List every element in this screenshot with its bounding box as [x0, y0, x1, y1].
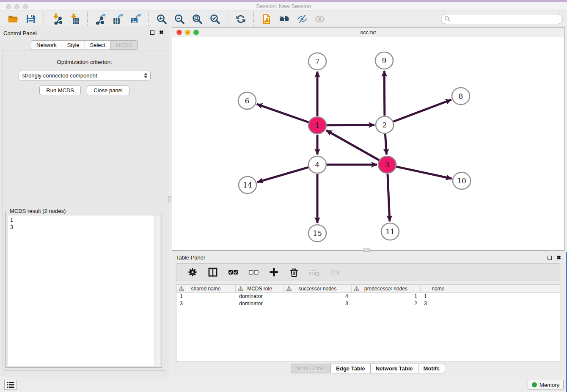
edge-3-1[interactable] [326, 130, 379, 160]
shared-column-icon [238, 286, 243, 293]
tab-style[interactable]: Style [62, 40, 85, 50]
edge-3-11[interactable] [388, 174, 390, 221]
graph-node-10[interactable]: 10 [453, 172, 471, 189]
close-table-panel-icon[interactable]: ✖ [556, 254, 561, 261]
deselect-all-icon[interactable] [247, 266, 260, 279]
zoom-in-icon[interactable] [155, 13, 168, 25]
table-row-1[interactable]: 1dominator411 [176, 293, 560, 300]
show-all-icon [314, 13, 326, 25]
graph-node-1[interactable]: 1 [308, 117, 326, 134]
zoom-out-icon[interactable] [173, 13, 186, 25]
graph-node-8[interactable]: 8 [452, 88, 470, 105]
close-panel-button[interactable]: Close panel [87, 86, 129, 95]
run-mcds-button[interactable]: Run MCDS [39, 86, 81, 95]
export-table-icon[interactable] [112, 13, 124, 25]
export-network-icon[interactable] [94, 13, 107, 25]
result-scrollbar[interactable] [154, 215, 160, 366]
edge-2-8[interactable] [394, 99, 451, 121]
column-header-filler [456, 285, 560, 293]
graph-node-15[interactable]: 15 [308, 225, 326, 242]
export-image-icon[interactable] [129, 13, 142, 25]
cell[interactable]: 1 [352, 293, 421, 300]
table-row-2[interactable]: 3dominator323 [176, 300, 560, 307]
zoom-selected-icon[interactable] [209, 13, 221, 25]
cell[interactable]: dominator [236, 300, 284, 307]
cell[interactable]: 4 [284, 293, 352, 300]
graph-node-7[interactable]: 7 [308, 53, 326, 70]
cell[interactable]: 1 [176, 293, 236, 300]
horizontal-splitter-handle[interactable] [363, 248, 370, 252]
first-neighbors-icon[interactable] [278, 13, 291, 25]
edge-3-10[interactable] [396, 167, 452, 179]
function-builder-icon: f(x) [328, 266, 341, 279]
column-header-successor-nodes[interactable]: successor nodes [284, 285, 352, 293]
graph-node-11[interactable]: 11 [381, 223, 399, 240]
column-header-predecessor-nodes[interactable]: predecessor nodes [352, 285, 421, 293]
save-session-icon[interactable] [25, 13, 37, 25]
cell[interactable]: 3 [421, 300, 456, 307]
tab-mcds[interactable]: MCDS [110, 40, 138, 50]
edge-1-6[interactable] [257, 104, 309, 122]
tab-network[interactable]: Network [31, 40, 62, 50]
split-columns-icon[interactable] [206, 266, 219, 279]
tab-node-table[interactable]: Node Table [291, 364, 331, 373]
table-header-row: shared nameMCDS rolesuccessor nodesprede… [176, 285, 560, 293]
network-view-title: scc.txt [172, 29, 564, 36]
graph-node-14[interactable]: 14 [239, 177, 256, 193]
delete-column-icon[interactable] [288, 266, 300, 279]
tab-motifs[interactable]: Motifs [418, 364, 445, 373]
criterion-select[interactable]: strongly connected component [19, 71, 151, 80]
settings-gear-icon[interactable] [186, 266, 199, 279]
cell[interactable]: 3 [176, 300, 236, 307]
float-table-panel-icon[interactable] [548, 256, 552, 260]
open-file-icon[interactable] [7, 13, 19, 25]
edge-2-9[interactable] [384, 71, 385, 116]
vertical-splitter-handle[interactable] [168, 196, 171, 203]
hide-selected-icon[interactable] [296, 13, 308, 25]
edge-4-14[interactable] [257, 167, 308, 182]
graph-node-3[interactable]: 3 [378, 156, 396, 173]
refresh-icon[interactable] [234, 13, 247, 25]
graph-node-9[interactable]: 9 [375, 52, 393, 69]
mcds-tab-content: Optimization criterion: strongly connect… [3, 50, 166, 371]
network-window-titlebar[interactable]: × − + scc.txt [172, 28, 564, 37]
toolbar-separator [149, 12, 149, 26]
search-input[interactable] [453, 16, 559, 22]
task-list-button[interactable] [4, 380, 17, 390]
cell[interactable]: 2 [352, 300, 421, 307]
cell[interactable]: dominator [236, 293, 284, 300]
graph-node-4[interactable]: 4 [308, 156, 326, 173]
main-titlebar: Session: New Session [0, 0, 567, 11]
tab-select[interactable]: Select [85, 40, 111, 50]
memory-button[interactable]: Memory [528, 380, 564, 390]
clone-network-icon[interactable] [260, 13, 273, 25]
add-column-icon[interactable] [267, 266, 280, 279]
network-graph-canvas[interactable]: 7968124314101511 [172, 37, 564, 250]
cell[interactable]: 3 [284, 300, 352, 307]
cell[interactable]: 1 [421, 293, 456, 300]
select-chevrons-icon [142, 73, 150, 78]
edge-2-3[interactable] [385, 134, 386, 155]
tab-edge-table[interactable]: Edge Table [330, 364, 370, 373]
svg-text:7: 7 [315, 57, 320, 66]
table-panel-title: Table Panel [176, 254, 205, 261]
import-table-icon[interactable] [68, 13, 81, 25]
column-header-name[interactable]: name [421, 285, 456, 293]
mcds-result-list[interactable]: 1 3 [7, 215, 160, 366]
graph-node-6[interactable]: 6 [238, 92, 256, 109]
float-panel-icon[interactable] [150, 30, 154, 35]
select-all-icon[interactable] [227, 266, 239, 279]
import-network-icon[interactable] [50, 13, 63, 25]
toolbar-separator [44, 12, 44, 26]
column-header-MCDS-role[interactable]: MCDS role [236, 285, 284, 293]
delete-table-icon [308, 266, 321, 279]
zoom-fit-icon[interactable] [191, 13, 204, 25]
close-panel-icon[interactable]: ✖ [159, 29, 164, 36]
svg-text:4: 4 [315, 160, 320, 169]
column-header-shared-name[interactable]: shared name [176, 285, 236, 293]
search-box[interactable] [441, 14, 563, 24]
edge-1-2[interactable] [327, 125, 374, 125]
graph-node-2[interactable]: 2 [376, 116, 394, 133]
tab-network-table[interactable]: Network Table [370, 364, 418, 373]
table-toolbar: f(x) [176, 263, 560, 281]
